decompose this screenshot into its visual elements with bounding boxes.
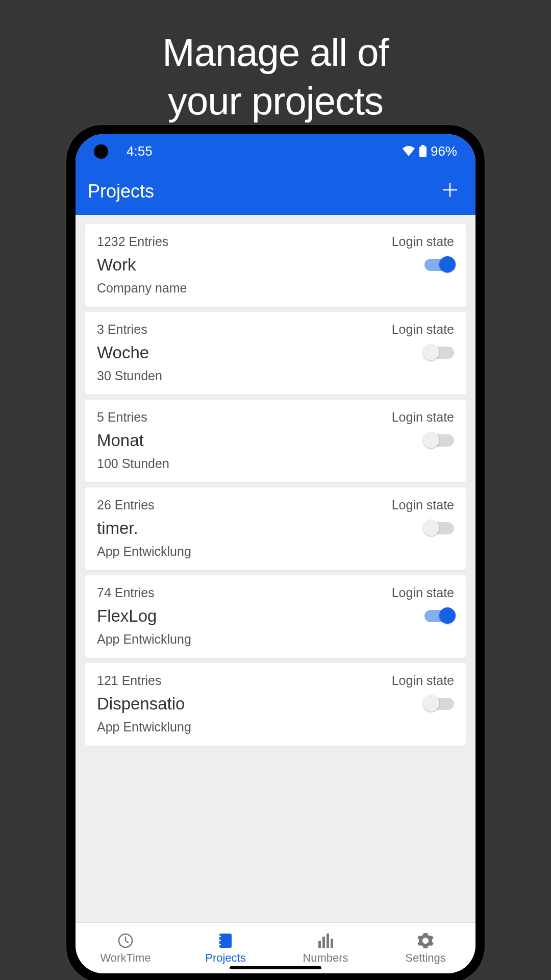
project-name: Work bbox=[97, 255, 136, 275]
login-state-label: Login state bbox=[392, 234, 454, 249]
projects-list: 1232 Entries Login state Work Company na… bbox=[76, 215, 475, 922]
status-bar: 4:55 96% bbox=[76, 134, 475, 168]
login-state-label: Login state bbox=[392, 498, 454, 512]
project-card[interactable]: 3 Entries Login state Woche 30 Stunden bbox=[85, 312, 466, 395]
phone-screen: 4:55 96% Projects 1232 Entries Login sta… bbox=[76, 134, 475, 973]
login-state-label: Login state bbox=[392, 585, 454, 600]
login-state-toggle[interactable] bbox=[424, 610, 454, 622]
camera-hole bbox=[94, 144, 108, 159]
project-entries: 1232 Entries bbox=[97, 234, 168, 249]
project-subtitle: App Entwicklung bbox=[97, 544, 454, 559]
project-entries: 5 Entries bbox=[97, 410, 147, 425]
project-entries: 121 Entries bbox=[97, 673, 161, 688]
login-state-toggle[interactable] bbox=[424, 259, 454, 271]
project-card[interactable]: 74 Entries Login state FlexLog App Entwi… bbox=[85, 575, 466, 658]
login-state-toggle[interactable] bbox=[424, 522, 454, 534]
svg-rect-11 bbox=[327, 934, 329, 948]
clock-icon bbox=[117, 932, 134, 949]
project-card[interactable]: 26 Entries Login state timer. App Entwic… bbox=[85, 487, 466, 570]
project-subtitle: 100 Stunden bbox=[97, 456, 454, 471]
project-name: Woche bbox=[97, 343, 149, 362]
svg-rect-10 bbox=[322, 937, 325, 948]
promo-line-1: Manage all of bbox=[0, 28, 551, 77]
home-indicator[interactable] bbox=[230, 966, 321, 969]
svg-rect-9 bbox=[318, 941, 321, 948]
project-card[interactable]: 121 Entries Login state Dispensatio App … bbox=[85, 663, 466, 746]
project-entries: 74 Entries bbox=[97, 585, 155, 600]
login-state-label: Login state bbox=[392, 322, 454, 337]
book-icon bbox=[218, 932, 233, 949]
login-state-toggle[interactable] bbox=[424, 698, 454, 710]
project-entries: 26 Entries bbox=[97, 498, 155, 512]
project-subtitle: App Entwicklung bbox=[97, 720, 454, 734]
svg-rect-5 bbox=[219, 934, 232, 948]
project-subtitle: Company name bbox=[97, 281, 454, 296]
promo-line-2: your projects bbox=[0, 77, 551, 125]
bottom-nav: WorkTime Projects Numbers Settings bbox=[76, 922, 475, 973]
project-entries: 3 Entries bbox=[97, 322, 147, 337]
project-card[interactable]: 1232 Entries Login state Work Company na… bbox=[85, 224, 466, 307]
svg-rect-6 bbox=[218, 936, 221, 937]
page-title: Projects bbox=[88, 181, 154, 202]
project-name: Monat bbox=[97, 431, 144, 450]
svg-rect-7 bbox=[218, 940, 221, 941]
svg-rect-0 bbox=[421, 145, 424, 146]
nav-worktime[interactable]: WorkTime bbox=[76, 923, 176, 973]
battery-icon bbox=[419, 145, 427, 157]
login-state-label: Login state bbox=[392, 410, 454, 425]
nav-settings[interactable]: Settings bbox=[375, 923, 475, 973]
app-header: Projects bbox=[76, 168, 475, 215]
phone-frame: 4:55 96% Projects 1232 Entries Login sta… bbox=[66, 125, 485, 980]
project-subtitle: 30 Stunden bbox=[97, 369, 454, 383]
plus-icon bbox=[441, 181, 459, 199]
status-right: 96% bbox=[402, 143, 457, 159]
bar-chart-icon bbox=[317, 932, 334, 949]
svg-rect-1 bbox=[419, 146, 427, 157]
project-name: timer. bbox=[97, 519, 138, 538]
nav-label: WorkTime bbox=[101, 951, 151, 965]
promo-title: Manage all of your projects bbox=[0, 0, 551, 125]
login-state-toggle[interactable] bbox=[424, 347, 454, 359]
nav-label: Settings bbox=[405, 951, 446, 965]
project-name: FlexLog bbox=[97, 606, 157, 626]
login-state-label: Login state bbox=[392, 673, 454, 688]
project-subtitle: App Entwicklung bbox=[97, 632, 454, 647]
gear-icon bbox=[417, 932, 434, 949]
nav-label: Projects bbox=[205, 951, 245, 965]
wifi-icon bbox=[402, 146, 415, 156]
project-name: Dispensatio bbox=[97, 694, 185, 714]
project-card[interactable]: 5 Entries Login state Monat 100 Stunden bbox=[85, 400, 466, 482]
status-time: 4:55 bbox=[127, 143, 153, 159]
nav-label: Numbers bbox=[303, 951, 348, 965]
login-state-toggle[interactable] bbox=[424, 434, 454, 447]
status-battery: 96% bbox=[431, 143, 457, 159]
add-project-button[interactable] bbox=[441, 180, 459, 203]
svg-rect-12 bbox=[331, 939, 333, 948]
svg-rect-8 bbox=[218, 944, 221, 945]
